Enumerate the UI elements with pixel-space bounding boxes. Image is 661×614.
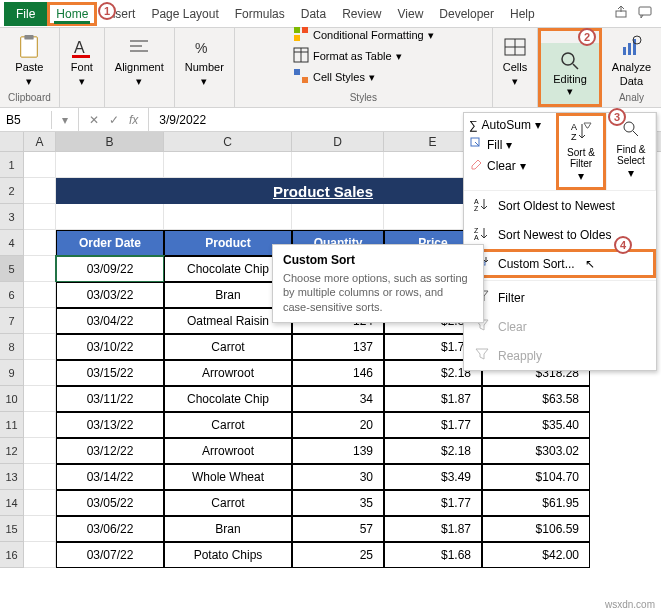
cell-product[interactable]: Whole Wheat: [164, 464, 292, 490]
cell-total[interactable]: $61.95: [482, 490, 590, 516]
cell-total[interactable]: $303.02: [482, 438, 590, 464]
row-header[interactable]: 14: [0, 490, 24, 516]
cell-date[interactable]: 03/10/22: [56, 334, 164, 360]
sort-filter-button[interactable]: AZ Sort & Filter ▾: [556, 113, 606, 190]
conditional-formatting-button[interactable]: Conditional Formatting ▾: [291, 25, 436, 45]
row-header[interactable]: 2: [0, 178, 24, 204]
tab-developer[interactable]: Developer: [431, 2, 502, 26]
cell-product[interactable]: Carrot: [164, 334, 292, 360]
cell-price[interactable]: $1.87: [384, 386, 482, 412]
cell-date[interactable]: 03/14/22: [56, 464, 164, 490]
formula-input[interactable]: 3/9/2022: [149, 111, 216, 129]
cell-product[interactable]: Arrowroot: [164, 360, 292, 386]
number-button[interactable]: % Number ▾: [183, 33, 226, 90]
tab-file[interactable]: File: [4, 2, 47, 26]
cell-product[interactable]: Carrot: [164, 490, 292, 516]
sort-oldest-newest[interactable]: AZSort Oldest to Newest: [464, 191, 656, 220]
cell-qty[interactable]: 25: [292, 542, 384, 568]
cell-date[interactable]: 03/13/22: [56, 412, 164, 438]
cell-date[interactable]: 03/15/22: [56, 360, 164, 386]
filter-button[interactable]: Filter: [464, 283, 656, 312]
cell-price[interactable]: $1.68: [384, 542, 482, 568]
dropdown-icon[interactable]: ▾: [62, 113, 68, 127]
row-header[interactable]: 6: [0, 282, 24, 308]
cell-date[interactable]: 03/12/22: [56, 438, 164, 464]
row-header[interactable]: 7: [0, 308, 24, 334]
cancel-icon[interactable]: ✕: [89, 113, 99, 127]
cell-product[interactable]: Chocolate Chip: [164, 386, 292, 412]
cell-qty[interactable]: 35: [292, 490, 384, 516]
tab-home[interactable]: Home: [47, 2, 97, 26]
cell-price[interactable]: $1.77: [384, 490, 482, 516]
row-header[interactable]: 10: [0, 386, 24, 412]
row-header[interactable]: 3: [0, 204, 24, 230]
cell-product[interactable]: Arrowroot: [164, 438, 292, 464]
cell-date[interactable]: 03/07/22: [56, 542, 164, 568]
format-as-table-button[interactable]: Format as Table ▾: [291, 46, 404, 66]
cell-styles-icon: [293, 68, 309, 86]
custom-sort-button[interactable]: Custom Sort...↖: [464, 249, 656, 278]
cell-product[interactable]: Bran: [164, 516, 292, 542]
tab-formulas[interactable]: Formulas: [227, 2, 293, 26]
cell-date[interactable]: 03/05/22: [56, 490, 164, 516]
cursor-icon: ↖: [585, 257, 595, 271]
cell-qty[interactable]: 137: [292, 334, 384, 360]
tooltip-title: Custom Sort: [283, 253, 473, 267]
row-header[interactable]: 15: [0, 516, 24, 542]
row-header[interactable]: 1: [0, 152, 24, 178]
header-date[interactable]: Order Date: [56, 230, 164, 256]
font-button[interactable]: A Font ▾: [68, 33, 96, 90]
clear-button[interactable]: Clear ▾: [468, 156, 552, 175]
cell-total[interactable]: $104.70: [482, 464, 590, 490]
cell-date[interactable]: 03/11/22: [56, 386, 164, 412]
tab-pagelayout[interactable]: Page Layout: [143, 2, 226, 26]
col-header-D[interactable]: D: [292, 132, 384, 151]
cell-total[interactable]: $42.00: [482, 542, 590, 568]
name-box[interactable]: B5: [0, 111, 52, 129]
cell-styles-button[interactable]: Cell Styles ▾: [291, 67, 377, 87]
cell-price[interactable]: $3.49: [384, 464, 482, 490]
cell-date[interactable]: 03/04/22: [56, 308, 164, 334]
cell-qty[interactable]: 57: [292, 516, 384, 542]
col-header-C[interactable]: C: [164, 132, 292, 151]
cell-date[interactable]: 03/03/22: [56, 282, 164, 308]
cell-price[interactable]: $2.18: [384, 438, 482, 464]
fx-button[interactable]: fx: [129, 113, 138, 127]
col-header-A[interactable]: A: [24, 132, 56, 151]
comments-icon[interactable]: [637, 4, 653, 23]
share-icon[interactable]: [613, 4, 629, 23]
tab-help[interactable]: Help: [502, 2, 543, 26]
editing-button[interactable]: Editing ▾: [541, 43, 599, 104]
row-header[interactable]: 13: [0, 464, 24, 490]
row-header[interactable]: 8: [0, 334, 24, 360]
accept-icon[interactable]: ✓: [109, 113, 119, 127]
cell-price[interactable]: $1.87: [384, 516, 482, 542]
cell-date[interactable]: 03/09/22: [56, 256, 164, 282]
cells-button[interactable]: Cells ▾: [501, 33, 529, 90]
cell-product[interactable]: Carrot: [164, 412, 292, 438]
paste-button[interactable]: Paste ▾: [13, 33, 45, 90]
row-header[interactable]: 9: [0, 360, 24, 386]
col-header-B[interactable]: B: [56, 132, 164, 151]
cell-total[interactable]: $35.40: [482, 412, 590, 438]
cell-total[interactable]: $106.59: [482, 516, 590, 542]
autosum-button[interactable]: ∑ AutoSum ▾: [468, 117, 552, 133]
analyze-data-button[interactable]: Analyze Data: [610, 33, 653, 89]
cell-price[interactable]: $1.77: [384, 412, 482, 438]
cell-product[interactable]: Potato Chips: [164, 542, 292, 568]
cell-qty[interactable]: 146: [292, 360, 384, 386]
row-header[interactable]: 5: [0, 256, 24, 282]
cell-date[interactable]: 03/06/22: [56, 516, 164, 542]
cell-qty[interactable]: 139: [292, 438, 384, 464]
row-header[interactable]: 12: [0, 438, 24, 464]
cell-qty[interactable]: 34: [292, 386, 384, 412]
select-all-corner[interactable]: [0, 132, 24, 151]
cell-total[interactable]: $63.58: [482, 386, 590, 412]
alignment-button[interactable]: Alignment ▾: [113, 33, 166, 90]
cell-qty[interactable]: 20: [292, 412, 384, 438]
row-header[interactable]: 16: [0, 542, 24, 568]
cell-qty[interactable]: 30: [292, 464, 384, 490]
fill-button[interactable]: Fill ▾: [468, 135, 552, 154]
row-header[interactable]: 11: [0, 412, 24, 438]
row-header[interactable]: 4: [0, 230, 24, 256]
